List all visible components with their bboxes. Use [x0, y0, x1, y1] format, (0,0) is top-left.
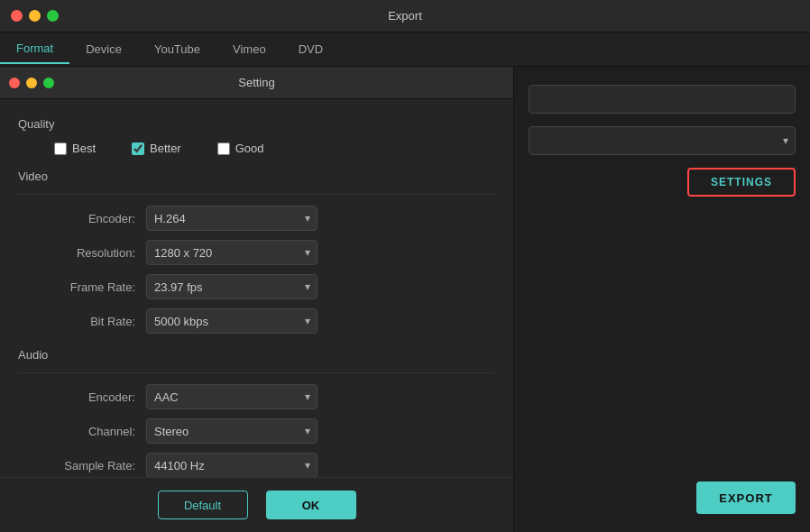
quality-label: Quality: [18, 117, 495, 131]
video-framerate-row: Frame Rate: 60 fps 30 fps 29.97 fps 25 f…: [18, 274, 495, 299]
export-wrapper: EXPORT: [529, 482, 796, 514]
video-encoder-select-wrapper: H.264 H.265 MPEG-4 ProRes: [146, 206, 318, 231]
video-framerate-select-wrapper: 60 fps 30 fps 29.97 fps 25 fps 24 fps 23…: [146, 274, 318, 299]
panel-close-btn[interactable]: [9, 78, 20, 88]
video-framerate-select[interactable]: 60 fps 30 fps 29.97 fps 25 fps 24 fps 23…: [146, 274, 318, 299]
right-dropdown[interactable]: [529, 126, 796, 155]
nav-item-dvd[interactable]: DVD: [282, 35, 339, 63]
title-bar-buttons: [11, 10, 59, 22]
nav-item-format[interactable]: Format: [0, 34, 69, 64]
right-dropdown-wrapper: [529, 126, 796, 155]
setting-header-buttons: [9, 78, 54, 88]
nav-item-device[interactable]: Device: [69, 35, 138, 63]
audio-channel-select-wrapper: Stereo Mono 5.1 Surround: [146, 418, 318, 444]
video-label: Video: [18, 170, 495, 183]
close-button[interactable]: [11, 10, 23, 22]
setting-panel: Setting Quality Best Better: [0, 67, 514, 532]
panel-min-btn[interactable]: [26, 78, 37, 88]
quality-better[interactable]: Better: [132, 142, 181, 155]
quality-good-label: Good: [235, 142, 264, 155]
title-bar: Export: [0, 0, 810, 32]
video-bitrate-select[interactable]: 8000 kbps 5000 kbps 3000 kbps 1500 kbps: [146, 308, 318, 334]
nav-item-vimeo[interactable]: Vimeo: [216, 35, 282, 63]
quality-better-label: Better: [150, 142, 181, 155]
window-title: Export: [388, 9, 422, 23]
quality-better-checkbox[interactable]: [132, 142, 144, 155]
video-resolution-select-wrapper: 3840 x 2160 1920 x 1080 1280 x 720 854 x…: [146, 240, 318, 265]
nav-item-youtube[interactable]: YouTube: [138, 35, 216, 63]
panel-max-btn[interactable]: [43, 78, 54, 88]
settings-btn-wrapper: SETTINGS: [529, 168, 796, 197]
video-encoder-select[interactable]: H.264 H.265 MPEG-4 ProRes: [146, 206, 318, 231]
quality-best-checkbox[interactable]: [54, 142, 67, 155]
quality-options: Best Better Good: [18, 142, 495, 155]
quality-best-label: Best: [72, 142, 96, 155]
quality-best[interactable]: Best: [54, 142, 96, 155]
ok-button[interactable]: OK: [266, 491, 356, 519]
audio-encoder-row: Encoder: AAC MP3 AC3: [18, 384, 495, 409]
video-resolution-label: Resolution:: [36, 246, 135, 260]
settings-button[interactable]: SETTINGS: [687, 168, 796, 197]
right-input-field[interactable]: [529, 85, 796, 114]
right-spacer: [529, 209, 796, 469]
quality-section: Quality Best Better Good: [18, 117, 495, 155]
audio-channel-row: Channel: Stereo Mono 5.1 Surround: [18, 418, 495, 444]
audio-divider: [18, 372, 495, 373]
quality-good[interactable]: Good: [217, 142, 264, 155]
video-encoder-row: Encoder: H.264 H.265 MPEG-4 ProRes: [18, 206, 495, 231]
setting-header: Setting: [0, 67, 513, 99]
audio-encoder-select-wrapper: AAC MP3 AC3: [146, 384, 318, 409]
audio-label: Audio: [18, 348, 495, 362]
audio-samplerate-label: Sample Rate:: [36, 459, 135, 472]
audio-encoder-label: Encoder:: [36, 390, 135, 404]
video-encoder-label: Encoder:: [36, 212, 135, 225]
minimize-button[interactable]: [29, 10, 41, 22]
video-bitrate-select-wrapper: 8000 kbps 5000 kbps 3000 kbps 1500 kbps: [146, 308, 318, 334]
setting-content: Quality Best Better Good: [0, 99, 513, 477]
video-resolution-select[interactable]: 3840 x 2160 1920 x 1080 1280 x 720 854 x…: [146, 240, 318, 265]
setting-title: Setting: [238, 76, 274, 89]
audio-channel-label: Channel:: [36, 425, 135, 438]
export-button[interactable]: EXPORT: [696, 482, 796, 514]
default-button[interactable]: Default: [158, 491, 248, 519]
video-bitrate-label: Bit Rate:: [36, 315, 135, 328]
video-resolution-row: Resolution: 3840 x 2160 1920 x 1080 1280…: [18, 240, 495, 265]
audio-samplerate-row: Sample Rate: 48000 Hz 44100 Hz 22050 Hz: [18, 453, 495, 477]
video-bitrate-row: Bit Rate: 8000 kbps 5000 kbps 3000 kbps …: [18, 308, 495, 334]
maximize-button[interactable]: [47, 10, 59, 22]
main-layout: Setting Quality Best Better: [0, 67, 810, 532]
video-divider: [18, 194, 495, 195]
audio-samplerate-select[interactable]: 48000 Hz 44100 Hz 22050 Hz: [146, 453, 318, 477]
audio-encoder-select[interactable]: AAC MP3 AC3: [146, 384, 318, 409]
quality-good-checkbox[interactable]: [217, 142, 230, 155]
video-framerate-label: Frame Rate:: [36, 280, 135, 294]
setting-footer: Default OK: [0, 477, 513, 532]
audio-samplerate-select-wrapper: 48000 Hz 44100 Hz 22050 Hz: [146, 453, 318, 477]
nav-bar: Format Device YouTube Vimeo DVD: [0, 32, 810, 67]
right-panel: SETTINGS EXPORT: [514, 67, 810, 532]
audio-channel-select[interactable]: Stereo Mono 5.1 Surround: [146, 418, 318, 444]
